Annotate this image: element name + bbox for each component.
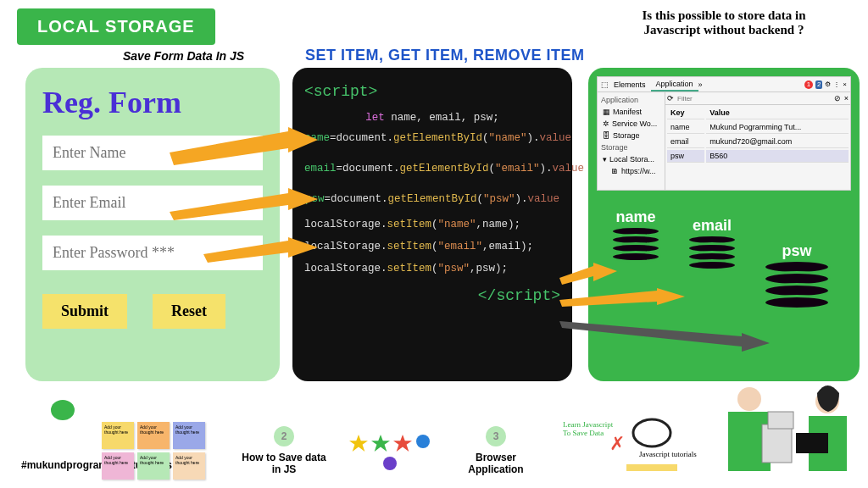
code-txt: ).	[515, 193, 528, 205]
svg-rect-14	[762, 424, 792, 463]
devtools-sidebar: Application ▦Manifest ✲Service Wo... 🗄St…	[598, 92, 665, 190]
script-open-tag: <script>	[304, 80, 560, 104]
error-badge: 1	[804, 80, 813, 89]
email-field[interactable]	[42, 186, 263, 220]
code-fn: setItem	[387, 219, 432, 230]
code-panel: <script> let name, email, psw; name=docu…	[292, 68, 572, 381]
form-title: Reg. Form	[42, 85, 263, 120]
sidebar-label: Service Wo...	[612, 119, 657, 128]
devtools-window: ⬚ Elements Application » 1 2 ⚙ ⋮ × Appli…	[597, 76, 851, 191]
svg-point-10	[383, 457, 397, 470]
sticky-note: Add your thought here	[173, 452, 205, 480]
submit-button[interactable]: Submit	[42, 294, 127, 329]
footer-deco: Learn Javascript To Save Data ✗ Javascri…	[563, 412, 698, 480]
oval-icon	[631, 416, 673, 450]
col-value: Value	[706, 107, 849, 119]
name-field[interactable]	[42, 136, 263, 170]
code-txt: (	[477, 193, 484, 205]
chevron-down-icon: ▾	[603, 155, 607, 164]
code-txt: (	[431, 219, 438, 230]
storage-table: KeyValue nameMukund Pogramming Tut... em…	[665, 105, 850, 164]
star-icon	[349, 434, 368, 452]
cell-key: email	[667, 136, 704, 148]
sidebar-label: Local Stora...	[609, 155, 654, 164]
blob-icon	[382, 456, 398, 471]
col-key: Key	[667, 107, 704, 119]
table-row[interactable]: nameMukund Pogramming Tut...	[667, 121, 849, 134]
table-row[interactable]: pswB560	[667, 150, 849, 163]
settings-icon[interactable]: ⚙	[825, 80, 831, 89]
code-txt: (	[431, 263, 438, 274]
step-badge-icon: 3	[486, 426, 506, 446]
hashtag: #mukundprogrammingtutorials	[21, 459, 106, 471]
star-icon	[393, 434, 412, 452]
sidebar-item-storage[interactable]: 🗄Storage	[599, 130, 663, 141]
code-decl: name, email, psw;	[385, 112, 499, 124]
inspect-icon[interactable]: ⬚	[601, 80, 609, 89]
methods-label: SET ITEM, GET ITEM, REMOVE ITEM	[305, 47, 585, 64]
refresh-icon[interactable]: ⟳	[667, 94, 674, 103]
code-fn: getElementById	[387, 193, 476, 205]
stars-deco	[348, 434, 432, 471]
clear-icon[interactable]: ×	[844, 94, 849, 103]
script-close-tag: </script>	[304, 284, 560, 308]
title-badge: LOCAL STORAGE	[17, 8, 215, 45]
sidebar-item-origin[interactable]: 🗎https://w...	[599, 165, 663, 177]
tabs-more[interactable]: »	[698, 80, 703, 89]
code-str: "name"	[438, 219, 476, 230]
blob-icon	[415, 434, 431, 449]
sidebar-item-localstorage[interactable]: ▾Local Stora...	[599, 153, 663, 165]
reg-form-panel: Reg. Form Submit Reset	[25, 68, 280, 381]
close-icon[interactable]: ×	[843, 80, 847, 89]
code-str: "email"	[495, 163, 540, 175]
sticky-note: Add your thought here	[137, 422, 170, 449]
step-label: How to Save data in JS	[237, 452, 331, 475]
reset-button[interactable]: Reset	[153, 294, 225, 329]
svg-rect-18	[796, 433, 828, 453]
code-txt: ,email);	[482, 241, 533, 252]
code-str: "email"	[438, 241, 483, 252]
subtitle: Save Form Data In JS	[123, 49, 244, 63]
password-field[interactable]	[42, 236, 263, 270]
sticky-note: Add your thought here	[102, 422, 134, 449]
sticky-notes: Add your thought here Add your thought h…	[102, 422, 205, 480]
cell-value: Mukund Pogramming Tut...	[706, 121, 849, 134]
code-var-name: name	[304, 132, 330, 144]
database-icons: name email psw	[593, 203, 856, 356]
block-icon[interactable]: ⊘	[834, 94, 841, 103]
code-txt: ).	[527, 132, 540, 144]
code-txt: (	[431, 241, 438, 252]
code-txt: ).	[540, 163, 553, 175]
question-text: Is this possible to store data in Javasc…	[614, 8, 834, 37]
code-txt: ,psw);	[470, 263, 508, 274]
step-label: Browser Application	[449, 452, 542, 475]
filter-input[interactable]	[677, 95, 762, 103]
code-prop: value	[553, 163, 585, 175]
sidebar-item-serviceworker[interactable]: ✲Service Wo...	[599, 118, 663, 130]
x-mark-icon: ✗	[609, 433, 625, 455]
step-2: 2 How to Save data in JS	[237, 426, 331, 475]
code-fn: getElementById	[400, 163, 489, 175]
code-txt: =document.	[324, 193, 387, 205]
svg-point-13	[737, 387, 761, 411]
code-txt: localStorage.	[304, 219, 387, 230]
tab-application[interactable]: Application	[651, 78, 698, 92]
code-fn: setItem	[387, 263, 432, 274]
code-fn: setItem	[387, 241, 432, 252]
sticky-note: Add your thought here	[137, 452, 170, 480]
db-email-icon: email	[687, 237, 737, 271]
step-3: 3 Browser Application	[449, 426, 542, 475]
star-icon	[371, 434, 390, 452]
tab-elements[interactable]: Elements	[609, 79, 651, 91]
table-row[interactable]: emailmukund720@gmail.com	[667, 136, 849, 148]
code-prop: value	[528, 193, 560, 205]
db-psw-icon: psw	[763, 263, 831, 310]
sidebar-item-manifest[interactable]: ▦Manifest	[599, 106, 663, 118]
more-icon[interactable]: ⋮	[833, 80, 840, 89]
step-badge-icon: 2	[274, 426, 294, 446]
svg-rect-15	[768, 412, 793, 429]
db-label: email	[687, 217, 737, 235]
code-txt: =document.	[330, 132, 393, 144]
highlight-mark	[626, 464, 677, 471]
code-var-psw: psw	[305, 193, 325, 205]
